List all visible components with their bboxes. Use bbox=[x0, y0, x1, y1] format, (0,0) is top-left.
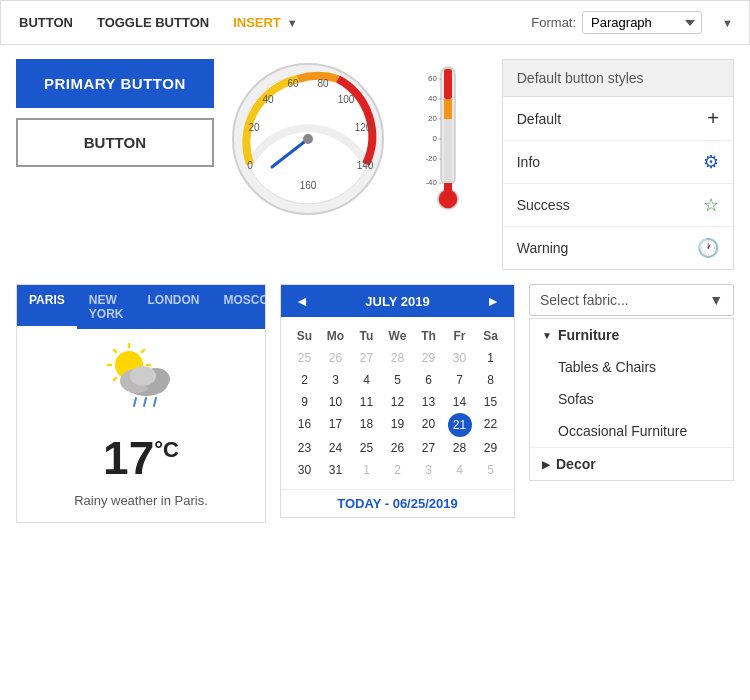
star-icon[interactable]: ☆ bbox=[703, 194, 719, 216]
calendar-week-1: 25 26 27 28 29 30 1 bbox=[289, 347, 506, 369]
svg-line-46 bbox=[144, 398, 146, 406]
cal-day[interactable]: 27 bbox=[351, 347, 382, 369]
cal-day[interactable]: 30 bbox=[444, 347, 475, 369]
cal-day[interactable]: 29 bbox=[413, 347, 444, 369]
cal-day[interactable]: 18 bbox=[351, 413, 382, 437]
cal-day-today[interactable]: 21 bbox=[448, 413, 472, 437]
weather-tabs: PARIS NEW YORK LONDON MOSCOW bbox=[17, 285, 265, 329]
clock-icon[interactable]: 🕐 bbox=[697, 237, 719, 259]
cal-day[interactable]: 27 bbox=[413, 437, 444, 459]
cal-day[interactable]: 6 bbox=[413, 369, 444, 391]
cal-day[interactable]: 12 bbox=[382, 391, 413, 413]
cal-day[interactable]: 23 bbox=[289, 437, 320, 459]
button-btn[interactable]: BUTTON bbox=[17, 11, 75, 34]
cal-day[interactable]: 13 bbox=[413, 391, 444, 413]
svg-text:80: 80 bbox=[317, 78, 329, 89]
cal-day[interactable]: 14 bbox=[444, 391, 475, 413]
cal-day[interactable]: 17 bbox=[320, 413, 351, 437]
fabric-decor-label: Decor bbox=[556, 456, 596, 472]
cal-day[interactable]: 30 bbox=[289, 459, 320, 481]
fabric-chevron-right-icon: ▶ bbox=[542, 459, 550, 470]
format-wrap: Format: Paragraph Heading 1 Heading 2 He… bbox=[531, 11, 702, 34]
fabric-category-label: Furniture bbox=[558, 327, 619, 343]
cal-day[interactable]: 25 bbox=[351, 437, 382, 459]
day-header-tu: Tu bbox=[351, 325, 382, 347]
cal-day[interactable]: 4 bbox=[351, 369, 382, 391]
styles-row-success[interactable]: Success ☆ bbox=[503, 184, 733, 227]
cal-day[interactable]: 1 bbox=[351, 459, 382, 481]
cal-day[interactable]: 3 bbox=[320, 369, 351, 391]
cal-day[interactable]: 16 bbox=[289, 413, 320, 437]
calendar-today-label[interactable]: TODAY - 06/25/2019 bbox=[281, 489, 514, 517]
cal-day[interactable]: 29 bbox=[475, 437, 506, 459]
calendar-week-2: 2 3 4 5 6 7 8 bbox=[289, 369, 506, 391]
cal-day[interactable]: 31 bbox=[320, 459, 351, 481]
secondary-button[interactable]: BUTTON bbox=[16, 118, 214, 167]
cal-day[interactable]: 26 bbox=[382, 437, 413, 459]
fabric-item-sofas[interactable]: Sofas bbox=[530, 383, 733, 415]
format-select[interactable]: Paragraph Heading 1 Heading 2 Heading 3 bbox=[582, 11, 702, 34]
fabric-category-decor[interactable]: ▶ Decor bbox=[530, 448, 733, 480]
toolbar: BUTTON TOGGLE BUTTON INSERT ▼ Format: Pa… bbox=[0, 0, 750, 45]
toggle-button-btn[interactable]: TOGGLE BUTTON bbox=[95, 11, 211, 34]
cal-day[interactable]: 2 bbox=[289, 369, 320, 391]
cal-day[interactable]: 15 bbox=[475, 391, 506, 413]
day-header-th: Th bbox=[413, 325, 444, 347]
cal-day[interactable]: 20 bbox=[413, 413, 444, 437]
calendar-prev-btn[interactable]: ◄ bbox=[291, 293, 313, 309]
cal-day[interactable]: 8 bbox=[475, 369, 506, 391]
styles-row-default[interactable]: Default + bbox=[503, 97, 733, 141]
weather-tab-london[interactable]: LONDON bbox=[135, 285, 211, 329]
fabric-item-tables[interactable]: Tables & Chairs bbox=[530, 351, 733, 383]
row2: PARIS NEW YORK LONDON MOSCOW bbox=[16, 284, 734, 523]
weather-description: Rainy weather in Paris. bbox=[31, 493, 251, 508]
cal-day[interactable]: 10 bbox=[320, 391, 351, 413]
styles-row-info[interactable]: Info ⚙ bbox=[503, 141, 733, 184]
insert-btn[interactable]: INSERT bbox=[231, 11, 283, 34]
cal-day[interactable]: 11 bbox=[351, 391, 382, 413]
toolbar-dropdown-arrow-icon[interactable]: ▼ bbox=[722, 17, 733, 29]
insert-arrow-icon[interactable]: ▼ bbox=[287, 17, 298, 29]
day-header-we: We bbox=[382, 325, 413, 347]
svg-text:60: 60 bbox=[428, 74, 437, 83]
cal-day[interactable]: 4 bbox=[444, 459, 475, 481]
cal-day[interactable]: 3 bbox=[413, 459, 444, 481]
cal-day[interactable]: 5 bbox=[475, 459, 506, 481]
fabric-category-furniture[interactable]: ▼ Furniture bbox=[530, 319, 733, 351]
cal-day[interactable]: 24 bbox=[320, 437, 351, 459]
fabric-placeholder: Select fabric... bbox=[540, 292, 629, 308]
fabric-col: Select fabric... ▼ ▼ Furniture Tables & … bbox=[529, 284, 734, 481]
weather-card: PARIS NEW YORK LONDON MOSCOW bbox=[16, 284, 266, 523]
cal-day[interactable]: 28 bbox=[382, 347, 413, 369]
cal-day[interactable]: 26 bbox=[320, 347, 351, 369]
day-header-sa: Sa bbox=[475, 325, 506, 347]
fabric-dropdown: ▼ Furniture Tables & Chairs Sofas Occasi… bbox=[529, 318, 734, 481]
cal-day[interactable]: 9 bbox=[289, 391, 320, 413]
cal-day[interactable]: 25 bbox=[289, 347, 320, 369]
fabric-dropdown-arrow-icon[interactable]: ▼ bbox=[709, 292, 723, 308]
day-header-su: Su bbox=[289, 325, 320, 347]
cal-day[interactable]: 2 bbox=[382, 459, 413, 481]
gear-icon[interactable]: ⚙ bbox=[703, 151, 719, 173]
svg-text:60: 60 bbox=[287, 78, 299, 89]
cal-day[interactable]: 28 bbox=[444, 437, 475, 459]
svg-text:-20: -20 bbox=[425, 154, 437, 163]
cal-day[interactable]: 1 bbox=[475, 347, 506, 369]
fabric-item-occasional[interactable]: Occasional Furniture bbox=[530, 415, 733, 447]
cal-day[interactable]: 22 bbox=[475, 413, 506, 437]
weather-tab-newyork[interactable]: NEW YORK bbox=[77, 285, 136, 329]
weather-tab-paris[interactable]: PARIS bbox=[17, 285, 77, 329]
styles-row-warning[interactable]: Warning 🕐 bbox=[503, 227, 733, 269]
cal-day[interactable]: 5 bbox=[382, 369, 413, 391]
cal-day[interactable]: 7 bbox=[444, 369, 475, 391]
cal-day[interactable]: 19 bbox=[382, 413, 413, 437]
calendar-next-btn[interactable]: ► bbox=[482, 293, 504, 309]
svg-text:100: 100 bbox=[337, 94, 354, 105]
styles-panel-header: Default button styles bbox=[503, 60, 733, 97]
primary-button[interactable]: PRIMARY BUTTON bbox=[16, 59, 214, 108]
svg-text:-40: -40 bbox=[425, 178, 437, 187]
plus-icon[interactable]: + bbox=[707, 107, 719, 130]
weather-tab-moscow[interactable]: MOSCOW bbox=[211, 285, 266, 329]
calendar: ◄ JULY 2019 ► Su Mo Tu We Th Fr Sa 25 26 bbox=[280, 284, 515, 518]
fabric-select[interactable]: Select fabric... ▼ bbox=[529, 284, 734, 316]
